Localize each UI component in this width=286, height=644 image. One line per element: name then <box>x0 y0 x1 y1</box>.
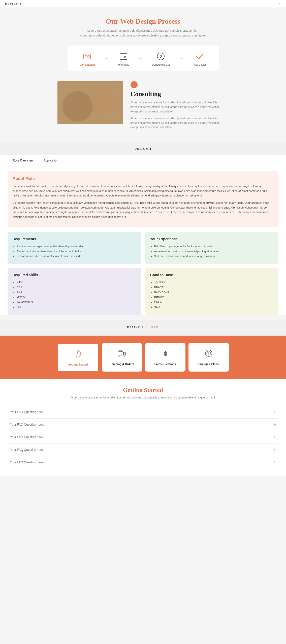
list-item: JQUERY <box>154 280 274 285</box>
design2-divider: DESIGN 2 <box>0 142 286 155</box>
design1-section: Our Web Design Process At vero eos et ac… <box>0 7 286 142</box>
card-good-to-have: Good to Have JQUERY REACT BACKBONE REDUX… <box>145 268 279 315</box>
card-skills: Required Skills HTML CSS PHP MYSQL JAVAS… <box>8 268 141 315</box>
consulting-section: 1 Consulting At vero eos et accusamus iu… <box>57 81 229 132</box>
list-item: Est ullamcorper eget nulla facilisi etia… <box>17 244 136 249</box>
card-good-list: JQUERY REACT BACKBONE REDUX GRUNT SASS <box>150 280 274 310</box>
card-requirements-title: Requirements <box>13 237 136 241</box>
faq-cat-sales-label: Sales Questions <box>149 363 182 366</box>
faq-item-2[interactable]: Your FAQ Question here. + <box>8 419 278 431</box>
faq-question-1: Your FAQ Question here. <box>10 410 44 414</box>
svg-text:D: D <box>160 54 162 58</box>
list-item: Sed arcu non odio euismod lacinia at qui… <box>154 254 274 259</box>
truck-icon <box>106 348 138 360</box>
list-item: HTML <box>17 280 136 285</box>
faq-cat-pricing[interactable]: $ Pricing & Plans <box>188 343 229 372</box>
card-experience-list: Est ullamcorper eget nulla facilisi etia… <box>150 244 274 259</box>
cards-grid: Requirements Est ullamcorper eget nulla … <box>8 232 278 315</box>
list-item: JAVASCRIPT <box>17 300 136 305</box>
card-requirements: Requirements Est ullamcorper eget nulla … <box>8 232 141 264</box>
faq-question-5: Your FAQ Question here. <box>10 461 44 464</box>
faq-question-3: Your FAQ Question here. <box>10 435 44 439</box>
about-para2: Eu feugiat pretium nibh ipsum consequat.… <box>13 200 273 219</box>
hand-icon <box>62 349 94 360</box>
svg-point-2 <box>88 55 90 57</box>
dollar-icon: $ <box>149 348 182 360</box>
svg-point-11 <box>119 355 120 356</box>
list-item: SASS <box>154 305 274 310</box>
about-heading: About Molti <box>13 176 273 181</box>
wireframe-icon <box>118 51 129 62</box>
process-steps: Consultation → Wireframe → D <box>68 46 219 71</box>
faq-cat-sales[interactable]: $ Sales Questions <box>145 343 185 372</box>
design3-divider: DESIGN 3 — NEW <box>0 320 286 336</box>
faq-cat-pricing-label: Pricing & Plans <box>192 363 225 366</box>
design1-heading: Our Web Design Process <box>5 17 281 25</box>
step-consultation: Consultation <box>80 51 95 66</box>
card-requirements-list: Est ullamcorper eget nulla facilisi etia… <box>13 244 136 259</box>
menu-icon[interactable]: ≡ <box>279 2 281 5</box>
money-icon: $ <box>192 348 225 360</box>
faq-subtitle: At vero eos et accusamus iusto odio dign… <box>8 395 278 400</box>
list-item: CSS <box>17 285 136 290</box>
faq-item-4[interactable]: Your FAQ Question here. + <box>8 444 278 456</box>
final-icon <box>194 51 205 62</box>
card-skills-title: Required Skills <box>13 273 136 277</box>
design3-section: Getting Started Shipping & Orders $ <box>0 336 286 379</box>
arrow2: → <box>138 56 143 61</box>
faq-plus-icon-3: + <box>273 435 276 440</box>
step-wireframe-label: Wireframe <box>118 63 129 66</box>
step-final-label: Final Design <box>193 63 207 66</box>
svg-rect-5 <box>121 56 123 58</box>
card-experience: Your Experience Est ullamcorper eget nul… <box>145 232 279 264</box>
card-good-title: Good to Have <box>150 273 274 277</box>
list-item: Aenean et tortor at risus viverra adipis… <box>17 249 136 254</box>
step-consultation-label: Consultation <box>80 63 95 66</box>
step-final: Final Design <box>193 51 207 66</box>
list-item: Est ullamcorper eget nulla facilisi etia… <box>154 244 274 249</box>
list-item: Sed arcu non odio euismod lacinia at qui… <box>17 254 136 259</box>
list-item: PHP <box>17 290 136 295</box>
faq-item-5[interactable]: Your FAQ Question here. + <box>8 456 278 469</box>
consulting-para2: At vero eos et accusamus iusto odio dign… <box>131 116 229 130</box>
faq-cat-getting-started[interactable]: Getting Started <box>57 343 99 372</box>
faq-plus-icon-4: + <box>273 447 276 453</box>
faq-item-1[interactable]: Your FAQ Question here. + <box>8 406 278 419</box>
faq-item-3[interactable]: Your FAQ Question here. + <box>8 431 278 444</box>
faq-section-title: Getting Started <box>8 387 278 393</box>
faq-content-section: Getting Started At vero eos et accusamus… <box>0 379 286 476</box>
top-bar-title: DESIGN 1 <box>5 2 22 5</box>
design1-subtitle: At vero eos et accusamus iusto odio dign… <box>80 28 206 38</box>
list-item: GIT <box>17 305 136 310</box>
tabs-container: Role Overview Application <box>0 155 286 166</box>
consulting-heading: Consulting <box>131 90 229 98</box>
step-wireframe: Wireframe <box>118 51 129 66</box>
consulting-para1: At vero eos et accusamus iusto odio dign… <box>131 100 229 114</box>
svg-text:$: $ <box>164 350 167 357</box>
list-item: REACT <box>154 285 274 290</box>
tab-role-overview[interactable]: Role Overview <box>8 155 39 166</box>
list-item: REDUX <box>154 295 274 300</box>
about-para1: Lorem ipsum dolor sit amet, consectetur … <box>13 184 273 198</box>
faq-cat-getting-started-label: Getting Started <box>62 363 94 366</box>
list-item: MYSQL <box>17 295 136 300</box>
svg-rect-10 <box>118 352 123 355</box>
faq-plus-icon-2: + <box>273 422 276 427</box>
step-divi: D Design with Divi <box>152 51 170 66</box>
svg-point-12 <box>124 355 125 356</box>
design2-section: Role Overview Application About Molti Lo… <box>0 155 286 315</box>
faq-questions: Your FAQ Question here. + Your FAQ Quest… <box>8 406 278 469</box>
top-bar: DESIGN 1 ≡ <box>0 0 286 7</box>
faq-categories: Getting Started Shipping & Orders $ <box>57 343 229 372</box>
tab-application[interactable]: Application <box>39 155 63 166</box>
list-item: GRUNT <box>154 300 274 305</box>
faq-plus-icon-5: + <box>273 460 276 465</box>
consulting-content: 1 Consulting At vero eos et accusamus iu… <box>131 81 229 132</box>
consulting-badge: 1 <box>131 81 138 88</box>
faq-plus-icon-1: + <box>273 410 276 415</box>
faq-question-4: Your FAQ Question here. <box>10 448 44 452</box>
step-divi-label: Design with Divi <box>152 63 170 66</box>
arrow1: → <box>104 56 109 61</box>
list-item: BACKBONE <box>154 290 274 295</box>
faq-cat-shipping[interactable]: Shipping & Orders <box>102 343 142 372</box>
